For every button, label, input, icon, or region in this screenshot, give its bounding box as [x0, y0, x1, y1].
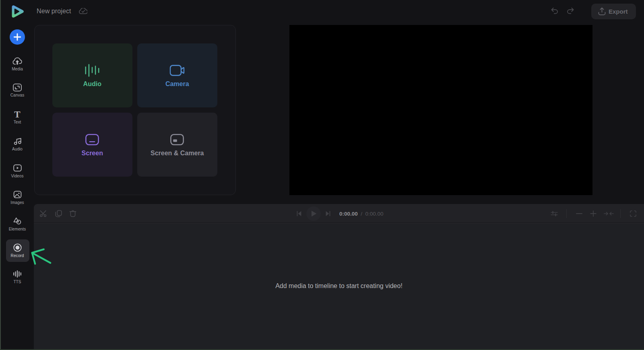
svg-text:T: T: [14, 110, 20, 119]
